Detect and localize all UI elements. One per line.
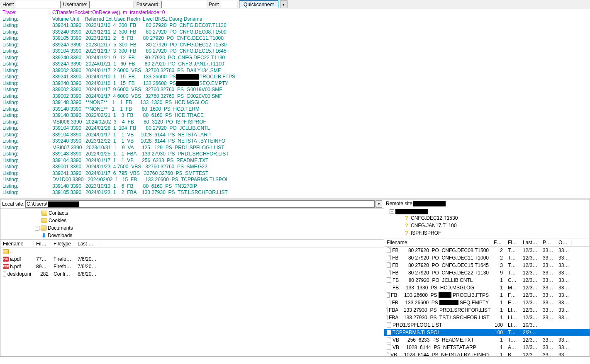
col-lastmod[interactable]: Last m... — [520, 240, 540, 245]
tree-item-label: ISPF.ISPROF — [411, 229, 441, 237]
list-item[interactable]: FB 133 26600 PSPROCLIB.FTPS1FTPS...12/31… — [384, 291, 590, 299]
tree-item[interactable]: ⬇Downloads — [2, 232, 382, 239]
expand-toggle[interactable]: − — [390, 209, 394, 214]
tree-item-label: Downloads — [48, 232, 72, 239]
list-item[interactable]: FBA 133 27930 PS PRD1.SRCHFOR.LIST1LIST … — [384, 306, 590, 314]
host-label: Host: — [2, 2, 14, 7]
remote-file-header[interactable]: Filename Files... Filet... Last m... Per… — [384, 238, 590, 246]
username-label: Username: — [63, 2, 88, 7]
tree-item-label: CNFG.DEC12.T1530 — [411, 214, 458, 222]
col-filesize[interactable]: Files... — [491, 240, 505, 245]
local-file-header[interactable]: Filename Filesi... Filetype Last mo... — [0, 240, 384, 248]
tree-item-label: CNFG.JAN17.T1100 — [411, 222, 457, 229]
file-icon — [387, 285, 391, 290]
col-lastmod[interactable]: Last mo... — [75, 241, 100, 247]
col-permissions[interactable]: Per... — [540, 240, 556, 245]
password-input[interactable] — [161, 1, 206, 8]
folder-icon — [3, 249, 9, 254]
file-icon — [3, 272, 6, 277]
quickconnect-history-dropdown[interactable]: ▾ — [280, 0, 288, 8]
port-label: Port: — [209, 2, 219, 7]
redacted — [413, 201, 446, 206]
list-item[interactable]: FB 80 27920 PO CNFG.DEC22.T11309T113...1… — [384, 269, 590, 277]
pdf-icon: PDF — [3, 257, 9, 262]
tree-item[interactable]: Contacts — [2, 209, 382, 217]
list-item[interactable]: FBA 133 27930 PS TST1.SRCHFOR.LIST1LIST … — [384, 314, 590, 321]
col-filetype[interactable]: Filet... — [505, 240, 520, 245]
tree-item[interactable]: − — [386, 209, 588, 214]
file-icon — [387, 345, 391, 350]
username-input[interactable] — [89, 1, 134, 8]
list-item[interactable]: TCPPARMS.TLSPOL100TLSP...2/2/20... — [384, 329, 590, 336]
remote-file-list[interactable]: FB 80 27920 PO CNFG.DEC08.T15002T150...1… — [384, 247, 590, 356]
list-item[interactable]: PRD1.SPFLOG1.LIST100LIST ...10/31/... — [384, 321, 590, 329]
tree-item[interactable]: +Documents — [2, 224, 382, 232]
unknown-icon: ? — [404, 223, 410, 228]
remote-tree[interactable]: −?CNFG.DEC12.T1530?CNFG.JAN17.T1100?ISPF… — [384, 208, 590, 238]
tree-item[interactable]: ?ISPF.ISPROF — [386, 229, 588, 237]
quickconnect-button[interactable]: Quickconnect — [239, 0, 278, 8]
local-path-dropdown[interactable]: ▾ — [375, 200, 382, 208]
folder-icon — [41, 218, 47, 223]
local-file-list[interactable]: ..PDFa.pdf773,...Firefox P...7/6/202...P… — [0, 248, 384, 356]
list-item[interactable]: VB 1028 6144 PS NETSTAT.BYTEINFO1BYTE...… — [384, 351, 590, 356]
site-split: Local site: ▾ ContactsCookies+Documents⬇… — [0, 199, 590, 356]
list-item[interactable]: FB 80 27920 PO CNFG.DEC15.T16453T164...1… — [384, 262, 590, 269]
message-log: Trace:CTransferSocket::OnReceive(), m_tr… — [0, 9, 590, 199]
file-icon — [387, 307, 388, 313]
col-filesize[interactable]: Filesi... — [34, 241, 51, 247]
port-input[interactable] — [221, 1, 237, 8]
remote-pane: Remote site −?CNFG.DEC12.T1530?CNFG.JAN1… — [384, 199, 590, 356]
list-item[interactable]: FB 133 26600 PSSEQ.EMPTY1EMP...12/31/...… — [384, 299, 590, 306]
transfer-queue[interactable] — [0, 356, 590, 364]
col-filename[interactable]: Filename — [0, 241, 34, 247]
folder-icon — [41, 211, 47, 216]
expand-toggle[interactable]: + — [35, 226, 39, 231]
tree-item-label: Documents — [48, 224, 73, 232]
tree-item[interactable]: ?CNFG.DEC12.T1530 — [386, 214, 588, 222]
col-filetype[interactable]: Filetype — [51, 241, 75, 247]
file-icon — [387, 248, 391, 253]
list-item[interactable]: PDFb.pdf897,...Firefox P...7/6/202... — [0, 263, 384, 270]
list-item[interactable]: FB 80 27920 PO JCLLIB.CNTL1CNT...12/31/.… — [384, 277, 590, 284]
file-icon — [387, 337, 391, 342]
local-site-row: Local site: ▾ — [0, 199, 384, 209]
download-icon: ⬇ — [41, 233, 46, 238]
folder-icon — [41, 226, 46, 231]
unknown-icon: ? — [404, 215, 410, 221]
list-item[interactable]: VB 256 6233 PS README.TXT1Text ...12/31/… — [384, 336, 590, 344]
pdf-icon: PDF — [3, 264, 9, 269]
file-icon — [387, 255, 391, 260]
list-item[interactable]: FB 133 1330 PS HCD.MSGLOG1MSG...12/31/..… — [384, 284, 590, 291]
tree-item[interactable]: Cookies — [2, 217, 382, 224]
file-icon — [387, 300, 390, 305]
remote-site-row: Remote site — [384, 199, 590, 208]
local-site-label: Local site: — [2, 201, 24, 207]
list-item[interactable]: desktop.ini282Configur...8/8/202... — [0, 270, 384, 278]
list-item[interactable]: .. — [0, 248, 384, 255]
list-item[interactable]: FB 80 27920 PO CNFG.DEC08.T15002T150...1… — [384, 247, 590, 254]
remote-site-label: Remote site — [386, 201, 412, 206]
file-icon — [387, 352, 389, 355]
list-item[interactable]: VB 1028 6144 PS NETSTAT.ARP1ARP ...12/31… — [384, 344, 590, 351]
list-item[interactable]: FB 80 27920 PO CNFG.DEC11.T10002T100...1… — [384, 254, 590, 262]
tree-item-label: Contacts — [49, 209, 68, 217]
tree-item[interactable]: ?CNFG.JAN17.T1100 — [386, 222, 588, 229]
local-tree[interactable]: ContactsCookies+Documents⬇Downloads — [0, 209, 384, 240]
quickconnect-bar: Host: Username: Password: Port: Quickcon… — [0, 0, 590, 9]
host-input[interactable] — [16, 1, 61, 8]
file-icon — [387, 277, 391, 283]
unknown-icon: ? — [404, 230, 410, 236]
file-icon — [387, 270, 391, 275]
list-item[interactable]: PDFa.pdf773,...Firefox P...7/6/202... — [0, 255, 384, 263]
file-icon — [387, 330, 391, 335]
tree-item-label: Cookies — [49, 217, 66, 224]
file-icon — [387, 322, 391, 328]
col-owner[interactable]: Own... — [556, 240, 572, 245]
file-icon — [387, 315, 388, 320]
password-label: Password: — [137, 2, 160, 7]
col-filename[interactable]: Filename — [384, 240, 491, 245]
file-icon — [387, 262, 391, 268]
local-pane: Local site: ▾ ContactsCookies+Documents⬇… — [0, 199, 384, 356]
file-icon — [387, 292, 390, 298]
